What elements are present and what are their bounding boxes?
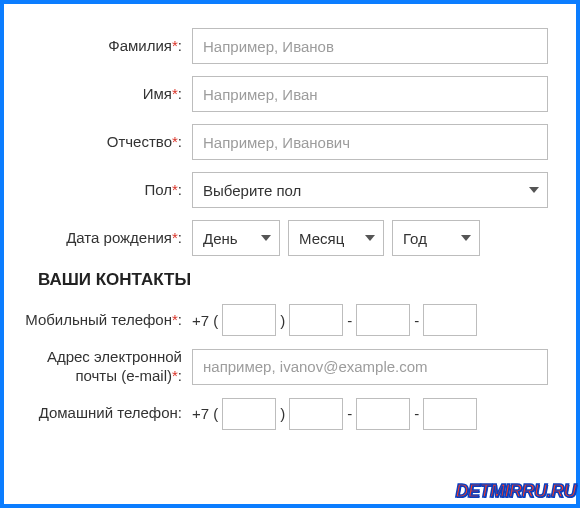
birth-year-value: Год xyxy=(403,230,427,247)
chevron-down-icon xyxy=(461,235,471,241)
row-email: Адрес электронной почты (e-mail)*: xyxy=(20,348,548,386)
label-mobile: Мобильный телефон*: xyxy=(20,311,192,330)
label-text: Имя xyxy=(143,85,172,102)
phone-dash: - xyxy=(414,312,419,329)
phone-dash: - xyxy=(414,405,419,422)
birth-day-select[interactable]: День xyxy=(192,220,280,256)
birth-day-value: День xyxy=(203,230,238,247)
label-email: Адрес электронной почты (e-mail)*: xyxy=(20,348,192,386)
row-lastname: Фамилия*: xyxy=(20,28,548,64)
home-part2-input[interactable] xyxy=(356,398,410,430)
gender-select[interactable]: Выберите пол xyxy=(192,172,548,208)
label-gender: Пол*: xyxy=(20,181,192,200)
required-mark: * xyxy=(172,181,178,198)
colon: : xyxy=(178,404,182,421)
chevron-down-icon xyxy=(529,187,539,193)
required-mark: * xyxy=(172,133,178,150)
birth-month-select[interactable]: Месяц xyxy=(288,220,384,256)
label-text: Пол xyxy=(144,181,172,198)
phone-prefix: +7 ( xyxy=(192,405,218,422)
row-gender: Пол*: Выберите пол xyxy=(20,172,548,208)
label-firstname: Имя*: xyxy=(20,85,192,104)
label-home-phone: Домашний телефон: xyxy=(20,404,192,423)
phone-dash: - xyxy=(347,405,352,422)
required-mark: * xyxy=(172,37,178,54)
row-birthdate: Дата рождения*: День Месяц Год xyxy=(20,220,548,256)
home-part1-input[interactable] xyxy=(289,398,343,430)
phone-close-paren: ) xyxy=(280,405,285,422)
home-code-input[interactable] xyxy=(222,398,276,430)
label-patronymic: Отчество*: xyxy=(20,133,192,152)
mobile-part3-input[interactable] xyxy=(423,304,477,336)
label-text: Мобильный телефон xyxy=(25,311,172,328)
required-mark: * xyxy=(172,229,178,246)
watermark: DETMIRRU.RU xyxy=(456,481,577,502)
chevron-down-icon xyxy=(261,235,271,241)
label-lastname: Фамилия*: xyxy=(20,37,192,56)
row-patronymic: Отчество*: xyxy=(20,124,548,160)
phone-dash: - xyxy=(347,312,352,329)
label-birthdate: Дата рождения*: xyxy=(20,229,192,248)
row-mobile: Мобильный телефон*: +7 ( ) - - xyxy=(20,304,548,336)
required-mark: * xyxy=(172,367,178,384)
phone-prefix: +7 ( xyxy=(192,312,218,329)
mobile-part2-input[interactable] xyxy=(356,304,410,336)
patronymic-input[interactable] xyxy=(192,124,548,160)
row-home-phone: Домашний телефон: +7 ( ) - - xyxy=(20,398,548,430)
label-text: Фамилия xyxy=(108,37,172,54)
label-text: Дата рождения xyxy=(66,229,172,246)
phone-close-paren: ) xyxy=(280,312,285,329)
label-text: Отчество xyxy=(107,133,172,150)
label-text: Адрес электронной почты (e-mail) xyxy=(47,348,182,384)
required-mark: * xyxy=(172,85,178,102)
form-frame: Фамилия*: Имя*: Отчество*: Пол*: Выберит… xyxy=(0,0,580,508)
home-part3-input[interactable] xyxy=(423,398,477,430)
mobile-code-input[interactable] xyxy=(222,304,276,336)
row-firstname: Имя*: xyxy=(20,76,548,112)
mobile-part1-input[interactable] xyxy=(289,304,343,336)
contacts-title: ВАШИ КОНТАКТЫ xyxy=(38,270,548,290)
lastname-input[interactable] xyxy=(192,28,548,64)
firstname-input[interactable] xyxy=(192,76,548,112)
birth-month-value: Месяц xyxy=(299,230,344,247)
gender-selected: Выберите пол xyxy=(203,182,301,199)
label-text: Домашний телефон xyxy=(39,404,178,421)
email-input[interactable] xyxy=(192,349,548,385)
birth-year-select[interactable]: Год xyxy=(392,220,480,256)
required-mark: * xyxy=(172,311,178,328)
chevron-down-icon xyxy=(365,235,375,241)
